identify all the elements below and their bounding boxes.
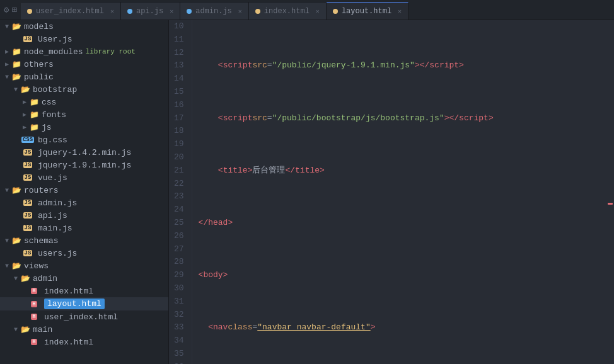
sidebar-item-vue-js[interactable]: JS vue.js xyxy=(0,171,168,184)
sidebar: models JS User.js node_modules library r… xyxy=(0,20,169,364)
item-label: bg.css xyxy=(38,135,67,145)
split-icon[interactable]: ⊞ xyxy=(11,4,16,15)
sidebar-item-bg-css[interactable]: CSS bg.css xyxy=(0,134,168,146)
arrow-icon xyxy=(3,237,11,244)
sidebar-item-views[interactable]: views xyxy=(0,259,168,272)
folder-icon xyxy=(20,84,30,94)
item-label: routers xyxy=(24,186,59,195)
js-icon: JS xyxy=(23,147,33,157)
tab-user-index[interactable]: user_index.html ✕ xyxy=(21,2,121,20)
sidebar-item-jquery142[interactable]: JS jquery-1.4.2.min.js xyxy=(0,146,168,159)
item-label: css xyxy=(42,98,56,107)
arrow-icon xyxy=(3,74,11,81)
code-line: <script src="/public/jquery-1.9.1.min.js… xyxy=(199,59,599,72)
sidebar-item-schemas[interactable]: schemas xyxy=(0,234,168,247)
tab-label: layout.html xyxy=(342,7,391,16)
folder-icon xyxy=(20,324,30,334)
sidebar-item-fonts[interactable]: fonts xyxy=(0,108,168,121)
item-label: schemas xyxy=(24,236,59,246)
item-label: js xyxy=(42,123,52,132)
html-icon: H xyxy=(29,299,39,309)
item-label: layout.html xyxy=(44,299,105,309)
tab-close[interactable]: ✕ xyxy=(170,8,173,15)
tab-dot xyxy=(255,9,260,14)
item-label: node_modules xyxy=(24,47,83,57)
arrow-icon xyxy=(20,111,29,118)
css-icon: CSS xyxy=(23,135,33,145)
arrow-icon xyxy=(3,48,11,55)
arrow-icon xyxy=(3,187,11,194)
sidebar-item-css[interactable]: css xyxy=(0,96,168,108)
js-icon: JS xyxy=(23,210,33,220)
folder-icon xyxy=(11,72,21,82)
item-label: others xyxy=(24,60,54,69)
sidebar-item-layout-html[interactable]: H layout.html xyxy=(0,297,168,310)
item-label: main xyxy=(33,325,52,334)
sidebar-item-bootstrap[interactable]: bootstrap xyxy=(0,83,168,96)
tab-label: admin.js xyxy=(195,7,232,16)
sidebar-item-others[interactable]: others xyxy=(0,58,168,71)
js-icon: JS xyxy=(23,248,33,258)
sidebar-item-user-index-html[interactable]: H user_index.html xyxy=(0,310,168,323)
item-label: admin.js xyxy=(38,198,77,208)
code-line: <title>后台管理</title> xyxy=(199,164,599,178)
tab-bar-actions: ⚙ ⊞ xyxy=(0,4,21,15)
js-icon: JS xyxy=(23,198,33,208)
item-label: jquery-1.9.1.min.js xyxy=(38,161,131,170)
item-label: jquery-1.4.2.min.js xyxy=(38,148,131,157)
js-icon: JS xyxy=(23,34,33,44)
arrow-icon xyxy=(11,86,20,93)
js-icon: JS xyxy=(23,223,33,233)
html-icon: H xyxy=(29,337,39,347)
tab-bar: ⚙ ⊞ user_index.html ✕ api.js ✕ admin.js … xyxy=(0,0,614,20)
sidebar-item-main-index[interactable]: H index.html xyxy=(0,336,168,348)
tab-close[interactable]: ✕ xyxy=(316,8,320,15)
sidebar-item-main-js[interactable]: JS main.js xyxy=(0,222,168,234)
arrow-icon xyxy=(3,263,11,270)
item-label: vue.js xyxy=(38,173,67,183)
sidebar-item-jquery191[interactable]: JS jquery-1.9.1.min.js xyxy=(0,159,168,171)
sidebar-item-public[interactable]: public xyxy=(0,71,168,83)
tab-layout-html[interactable]: layout.html ✕ xyxy=(327,2,408,20)
editor-gutter xyxy=(605,20,614,364)
tab-admin-js[interactable]: admin.js ✕ xyxy=(180,2,249,20)
sidebar-item-user-js[interactable]: JS User.js xyxy=(0,33,168,45)
sidebar-item-admin-js[interactable]: JS admin.js xyxy=(0,196,168,209)
tab-close[interactable]: ✕ xyxy=(398,8,402,15)
folder-icon xyxy=(29,110,39,120)
sidebar-item-main-folder[interactable]: main xyxy=(0,323,168,336)
sidebar-item-routers[interactable]: routers xyxy=(0,184,168,196)
arrow-icon xyxy=(11,326,20,333)
tabs-container: user_index.html ✕ api.js ✕ admin.js ✕ in… xyxy=(21,0,614,20)
tab-dot xyxy=(27,9,32,14)
item-label: api.js xyxy=(38,211,67,220)
settings-icon[interactable]: ⚙ xyxy=(4,4,9,15)
tab-label: index.html xyxy=(264,7,310,16)
item-label: models xyxy=(24,22,54,31)
line-numbers: 10 11 12 13 14 15 16 17 18 19 20 21 22 2… xyxy=(169,20,192,364)
code-line: <body> xyxy=(199,269,599,282)
sidebar-item-node-modules[interactable]: node_modules library root xyxy=(0,45,168,58)
js-icon: JS xyxy=(23,173,33,183)
tab-index-html[interactable]: index.html ✕ xyxy=(249,2,327,20)
folder-icon xyxy=(11,59,21,69)
code-line: <nav class="navbar navbar-default"> xyxy=(199,321,599,334)
sidebar-item-users-js[interactable]: JS users.js xyxy=(0,247,168,259)
item-label: main.js xyxy=(38,224,72,233)
tab-label: user_index.html xyxy=(36,7,104,16)
sidebar-item-models[interactable]: models xyxy=(0,20,168,33)
sidebar-item-js-folder[interactable]: js xyxy=(0,121,168,134)
item-label: User.js xyxy=(38,35,72,44)
tab-close[interactable]: ✕ xyxy=(238,8,242,15)
gutter-marker xyxy=(608,203,613,205)
sidebar-item-api-js[interactable]: JS api.js xyxy=(0,209,168,222)
tab-close[interactable]: ✕ xyxy=(110,8,114,15)
tab-api-js[interactable]: api.js ✕ xyxy=(121,2,180,20)
code-area[interactable]: 10 11 12 13 14 15 16 17 18 19 20 21 22 2… xyxy=(169,20,614,364)
html-icon: H xyxy=(29,312,39,322)
sidebar-item-admin-folder[interactable]: admin xyxy=(0,272,168,285)
code-line: <script src="/public/bootstrap/js/bootst… xyxy=(199,112,599,125)
sidebar-item-admin-index[interactable]: H index.html xyxy=(0,285,168,297)
arrow-icon xyxy=(20,123,29,131)
tab-dot xyxy=(127,9,132,14)
